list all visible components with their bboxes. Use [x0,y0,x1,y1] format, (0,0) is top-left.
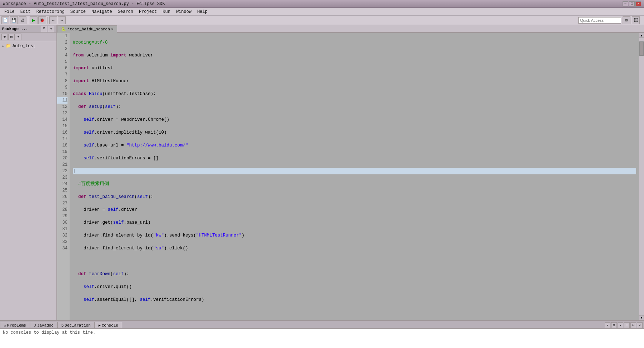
tab-problems[interactable]: ⚠ Problems [0,322,30,328]
kw-def-3: def [78,272,86,277]
line-num-7: 7 [57,71,68,78]
menu-source[interactable]: Source [68,9,89,15]
console-clear-button[interactable]: ✕ [605,322,610,328]
menu-help[interactable]: Help [194,9,210,15]
bottom-minimize-button[interactable]: ─ [624,322,630,328]
code-line-17: driver.find_element_by_id("su").click() [73,245,636,252]
kw-class: class [73,91,86,96]
perspectives-button[interactable]: ⊞ [623,16,630,24]
quick-access-area: ⊞ 🖼 [578,16,643,24]
code-line-21: self.assertEqual([], self.verificationEr… [73,297,636,303]
line-num-15: 15 [57,123,68,129]
pkg-collapse-button[interactable]: × [41,26,47,32]
comment-1: #coding=utf-8 [73,40,108,45]
code-line-11: | [73,168,636,174]
line-num-19: 19 [57,149,68,155]
menu-window[interactable]: Window [173,9,194,15]
views-button[interactable]: 🖼 [632,16,640,24]
line-num-9: 9 [57,84,68,91]
kw-import: import [110,53,126,58]
pkg-new-button[interactable]: ⊕ [1,34,8,40]
console-scroll-lock-button[interactable]: ⊟ [611,322,617,328]
minimize-button[interactable]: ─ [623,1,628,6]
code-content[interactable]: #coding=utf-8 from selenium import webdr… [70,33,639,320]
comment-cn-1: #百度搜索用例 [78,182,109,187]
declaration-icon: D [61,324,64,328]
kw-def-2: def [78,194,86,199]
package-explorer-header: Package ... × ▾ [0,25,56,33]
project-icon: 📁 [6,43,11,49]
tab-python-icon: 🐍 [61,27,66,31]
tab-console-label: Console [102,323,118,328]
line-num-6: 6 [57,65,68,71]
tab-close-button[interactable]: ✕ [111,27,113,31]
print-button[interactable]: 🖨 [19,16,26,24]
code-line-15: driver.get(self.base_url) [73,219,636,226]
line-num-3: 3 [57,46,68,52]
code-line-6: def setUp(self): [73,104,636,110]
problems-icon: ⚠ [4,323,6,328]
tab-javadoc-label: Javadoc [37,323,54,328]
editor-tab-test-baidu-search[interactable]: 🐍 *test_baidu_search ✕ [57,25,117,33]
code-line-1: #coding=utf-8 [73,39,636,46]
line-num-13: 13 [57,110,68,116]
pkg-collapse-all-button[interactable]: ⊟ [8,34,15,40]
code-line-18 [73,258,636,264]
tab-problems-label: Problems [7,323,26,328]
scroll-up-button[interactable]: ▲ [639,33,644,38]
forward-button[interactable]: → [58,16,66,24]
debug-button[interactable]: 🐞 [38,16,46,24]
maximize-button[interactable]: □ [629,1,635,6]
tab-javadoc[interactable]: J Javadoc [30,322,58,328]
menu-file[interactable]: File [1,9,18,15]
scrollbar-track[interactable] [639,38,644,315]
pkg-menu-button[interactable]: ▾ [48,26,54,32]
main-layout: Package ... × ▾ ⊕ ⊟ ▾ ▸ 📁 Auto_test 🐍 *t… [0,25,644,320]
code-line-5: class Baidu(unittest.TestCase): [73,91,636,97]
quick-access-input[interactable] [578,17,621,24]
kw-from: from [73,53,84,58]
self-9: self [113,272,124,277]
self-3: self [84,130,94,135]
console-icon: ▶ [99,323,101,328]
title-text: workspace - Auto_test/test_1/test_baidu_… [3,1,623,6]
scrollbar-thumb[interactable] [639,41,644,56]
line-num-17: 17 [57,136,68,142]
run-button[interactable]: ▶ [30,16,38,24]
line-num-10: 10 [57,91,68,97]
new-button[interactable]: 📄 [1,16,9,24]
menu-refactoring[interactable]: Refactoring [34,9,68,15]
bottom-maximize-button[interactable]: □ [630,322,636,328]
func-setup: setUp [89,104,103,109]
tree-item-auto-test[interactable]: ▸ 📁 Auto_test [1,43,56,49]
line-num-30: 30 [57,219,68,226]
code-line-20: self.driver.quit() [73,284,636,290]
console-message: No consoles to display at this time. [3,330,95,335]
code-line-16: driver.find_element_by_id("kw").send_key… [73,232,636,239]
close-button[interactable]: ✕ [635,1,641,6]
tab-console[interactable]: ▶ Console [95,322,122,328]
save-button[interactable]: 💾 [10,16,18,24]
pkg-filter-button[interactable]: ▾ [15,34,21,40]
menu-navigate[interactable]: Navigate [89,9,115,15]
bottom-close-button[interactable]: ✕ [637,322,643,328]
line-num-31: 31 [57,226,68,232]
self-8: self [113,220,124,225]
scroll-down-button[interactable]: ▼ [639,315,644,320]
line-num-34: 34 [57,245,68,252]
back-button[interactable]: ← [49,16,57,24]
tab-declaration[interactable]: D Declaration [58,322,95,328]
self-5: self [84,156,94,161]
menu-project[interactable]: Project [136,9,160,15]
code-line-19: def tearDown(self): [73,271,636,277]
menu-run[interactable]: Run [160,9,173,15]
menu-edit[interactable]: Edit [18,9,34,15]
self-4: self [84,143,94,148]
editor-scrollbar[interactable]: ▲ ▼ [639,33,644,320]
menu-search[interactable]: Search [115,9,136,15]
code-line-8: self.driver.implicitly_wait(10) [73,129,636,136]
func-teardown: tearDown [89,272,110,277]
line-num-24: 24 [57,181,68,187]
func-test: test_baidu_search [89,194,135,199]
console-settings-button[interactable]: ▾ [618,322,623,328]
